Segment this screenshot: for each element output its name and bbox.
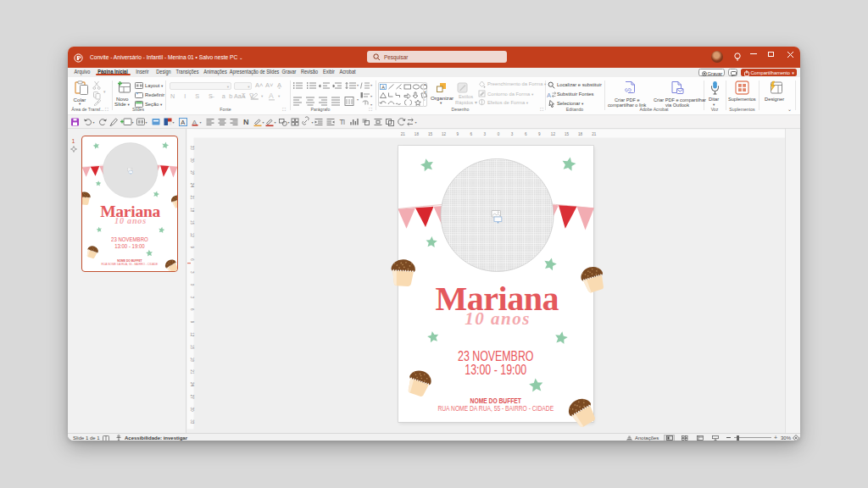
svg-text:▾: ▾ <box>357 97 359 102</box>
svg-text:27: 27 <box>190 394 194 399</box>
svg-text:▾: ▾ <box>370 103 373 107</box>
svg-text:33: 33 <box>190 145 194 150</box>
svg-text:18: 18 <box>578 132 583 136</box>
svg-text:3: 3 <box>484 132 487 136</box>
svg-text:21: 21 <box>401 132 406 136</box>
svg-text:21: 21 <box>190 195 194 200</box>
svg-text:T: T <box>340 118 344 126</box>
svg-text:33: 33 <box>190 419 194 424</box>
svg-text:9: 9 <box>190 246 194 248</box>
svg-text:A: A <box>547 91 551 98</box>
svg-text:15: 15 <box>428 132 433 136</box>
svg-text:▾: ▾ <box>132 120 134 125</box>
svg-text:3: 3 <box>511 132 514 136</box>
svg-text:24: 24 <box>190 182 194 187</box>
svg-text:A: A <box>381 84 385 89</box>
svg-text:▾: ▾ <box>173 120 175 125</box>
svg-text:▾: ▾ <box>93 120 95 125</box>
svg-text:▾: ▾ <box>263 120 264 125</box>
svg-text:A: A <box>269 92 274 100</box>
svg-text:18: 18 <box>190 208 194 213</box>
svg-text:12: 12 <box>190 232 194 237</box>
svg-text:N: N <box>243 118 249 126</box>
svg-text:▾: ▾ <box>357 83 359 87</box>
svg-text:27: 27 <box>190 170 194 175</box>
svg-text:▾: ▾ <box>200 120 202 125</box>
svg-text:9: 9 <box>538 132 541 136</box>
svg-text:15: 15 <box>190 219 194 225</box>
svg-text:▾: ▾ <box>312 120 314 125</box>
svg-text:18: 18 <box>190 357 194 362</box>
svg-text:▾: ▾ <box>275 120 276 125</box>
svg-text:12: 12 <box>442 132 447 136</box>
svg-text:▾: ▾ <box>370 83 373 87</box>
svg-text:6: 6 <box>190 308 194 311</box>
svg-text:▾: ▾ <box>146 120 147 125</box>
svg-text:▾: ▾ <box>288 120 290 125</box>
svg-text:3: 3 <box>190 271 194 274</box>
svg-text:30: 30 <box>190 158 194 163</box>
svg-text:▾: ▾ <box>415 120 417 125</box>
svg-text:6: 6 <box>470 132 473 136</box>
svg-text:6: 6 <box>190 258 194 261</box>
svg-text:30: 30 <box>190 407 194 412</box>
svg-text:3: 3 <box>190 296 194 298</box>
svg-text:0: 0 <box>498 132 500 136</box>
svg-text:15: 15 <box>190 344 194 349</box>
svg-text:6: 6 <box>525 132 527 136</box>
svg-text:9: 9 <box>456 132 459 136</box>
svg-text:24: 24 <box>190 382 194 387</box>
svg-text:A: A <box>181 119 185 126</box>
svg-text:9: 9 <box>190 320 194 323</box>
svg-text:15: 15 <box>565 132 570 136</box>
svg-text:21: 21 <box>592 132 597 136</box>
svg-text:12: 12 <box>190 332 194 337</box>
svg-text:18: 18 <box>415 132 420 136</box>
svg-text:▾: ▾ <box>370 94 373 98</box>
svg-text:12: 12 <box>551 132 556 136</box>
svg-text:0: 0 <box>190 283 194 286</box>
svg-text:21: 21 <box>190 369 194 374</box>
